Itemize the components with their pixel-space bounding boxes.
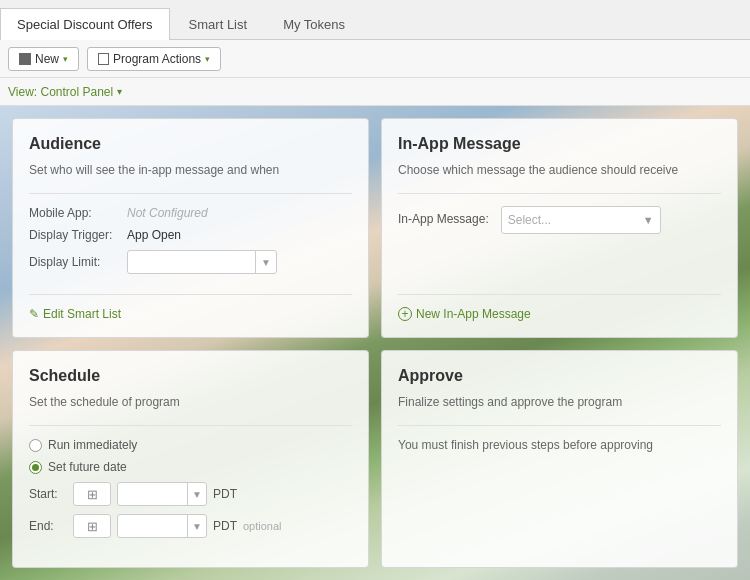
end-calendar-icon: ⊞ bbox=[87, 519, 98, 534]
tab-smart-list[interactable]: Smart List bbox=[172, 8, 265, 40]
start-time-arrow: ▼ bbox=[187, 483, 206, 505]
start-time-select[interactable]: ▼ bbox=[117, 482, 207, 506]
cards-grid: Audience Set who will see the in-app mes… bbox=[12, 118, 738, 568]
in-app-message-select[interactable]: Select... ▼ bbox=[501, 206, 661, 234]
approve-subtitle: Finalize settings and approve the progra… bbox=[398, 395, 721, 409]
end-time-select[interactable]: ▼ bbox=[117, 514, 207, 538]
program-actions-icon bbox=[98, 53, 109, 65]
mobile-app-value: Not Configured bbox=[127, 206, 208, 220]
edit-smart-list-link[interactable]: ✎ Edit Smart List bbox=[29, 307, 352, 321]
view-bar[interactable]: View: Control Panel ▾ bbox=[0, 78, 750, 106]
view-label: View: Control Panel bbox=[8, 85, 113, 99]
approve-divider bbox=[398, 425, 721, 426]
end-label: End: bbox=[29, 519, 67, 533]
audience-divider-2 bbox=[29, 294, 352, 295]
display-trigger-row: Display Trigger: App Open bbox=[29, 228, 352, 242]
end-time-arrow: ▼ bbox=[187, 515, 206, 537]
set-future-date-row: Set future date bbox=[29, 460, 352, 474]
display-limit-select[interactable]: ▼ bbox=[127, 250, 277, 274]
display-trigger-value: App Open bbox=[127, 228, 181, 242]
in-app-select-placeholder: Select... bbox=[508, 213, 643, 227]
display-limit-row: Display Limit: ▼ bbox=[29, 250, 352, 274]
schedule-divider bbox=[29, 425, 352, 426]
in-app-subtitle: Choose which message the audience should… bbox=[398, 163, 721, 177]
run-immediately-radio[interactable] bbox=[29, 439, 42, 452]
program-actions-dropdown-arrow: ▾ bbox=[205, 54, 210, 64]
new-button[interactable]: New ▾ bbox=[8, 47, 79, 71]
end-row: End: ⊞ ▼ PDT optional bbox=[29, 514, 352, 538]
run-immediately-row: Run immediately bbox=[29, 438, 352, 452]
in-app-title: In-App Message bbox=[398, 135, 721, 153]
audience-divider bbox=[29, 193, 352, 194]
new-in-app-label: New In-App Message bbox=[416, 307, 531, 321]
edit-smart-list-label: Edit Smart List bbox=[43, 307, 121, 321]
start-label: Start: bbox=[29, 487, 67, 501]
display-limit-arrow: ▼ bbox=[255, 251, 276, 273]
in-app-field-label: In-App Message: bbox=[398, 212, 489, 228]
display-limit-label: Display Limit: bbox=[29, 255, 119, 269]
in-app-field-row: In-App Message: Select... ▼ bbox=[398, 206, 721, 234]
approve-description: You must finish previous steps before ap… bbox=[398, 438, 721, 452]
mobile-app-label: Mobile App: bbox=[29, 206, 119, 220]
set-future-date-label: Set future date bbox=[48, 460, 127, 474]
audience-card: Audience Set who will see the in-app mes… bbox=[12, 118, 369, 338]
in-app-divider bbox=[398, 193, 721, 194]
tab-bar: Special Discount Offers Smart List My To… bbox=[0, 0, 750, 40]
schedule-subtitle: Set the schedule of program bbox=[29, 395, 352, 409]
mobile-app-row: Mobile App: Not Configured bbox=[29, 206, 352, 220]
new-dropdown-arrow: ▾ bbox=[63, 54, 68, 64]
plus-icon: + bbox=[398, 307, 412, 321]
end-date-input[interactable]: ⊞ bbox=[73, 514, 111, 538]
audience-subtitle: Set who will see the in-app message and … bbox=[29, 163, 352, 177]
approve-card: Approve Finalize settings and approve th… bbox=[381, 350, 738, 568]
program-actions-button[interactable]: Program Actions ▾ bbox=[87, 47, 221, 71]
tab-my-tokens[interactable]: My Tokens bbox=[266, 8, 362, 40]
start-pdt-label: PDT bbox=[213, 487, 237, 501]
approve-title: Approve bbox=[398, 367, 721, 385]
new-icon bbox=[19, 53, 31, 65]
display-trigger-label: Display Trigger: bbox=[29, 228, 119, 242]
toolbar: New ▾ Program Actions ▾ bbox=[0, 40, 750, 78]
content-area: Audience Set who will see the in-app mes… bbox=[0, 106, 750, 580]
in-app-divider-2 bbox=[398, 294, 721, 295]
start-row: Start: ⊞ ▼ PDT bbox=[29, 482, 352, 506]
run-immediately-label: Run immediately bbox=[48, 438, 137, 452]
schedule-title: Schedule bbox=[29, 367, 352, 385]
start-calendar-icon: ⊞ bbox=[87, 487, 98, 502]
in-app-select-arrow: ▼ bbox=[643, 214, 654, 226]
pencil-icon: ✎ bbox=[29, 307, 39, 321]
schedule-card: Schedule Set the schedule of program Run… bbox=[12, 350, 369, 568]
in-app-card: In-App Message Choose which message the … bbox=[381, 118, 738, 338]
audience-title: Audience bbox=[29, 135, 352, 153]
set-future-date-radio[interactable] bbox=[29, 461, 42, 474]
tab-special-discount[interactable]: Special Discount Offers bbox=[0, 8, 170, 40]
end-pdt-label: PDT bbox=[213, 519, 237, 533]
view-caret: ▾ bbox=[117, 86, 122, 97]
end-optional-label: optional bbox=[243, 520, 282, 532]
start-date-input[interactable]: ⊞ bbox=[73, 482, 111, 506]
new-in-app-message-link[interactable]: + New In-App Message bbox=[398, 307, 721, 321]
